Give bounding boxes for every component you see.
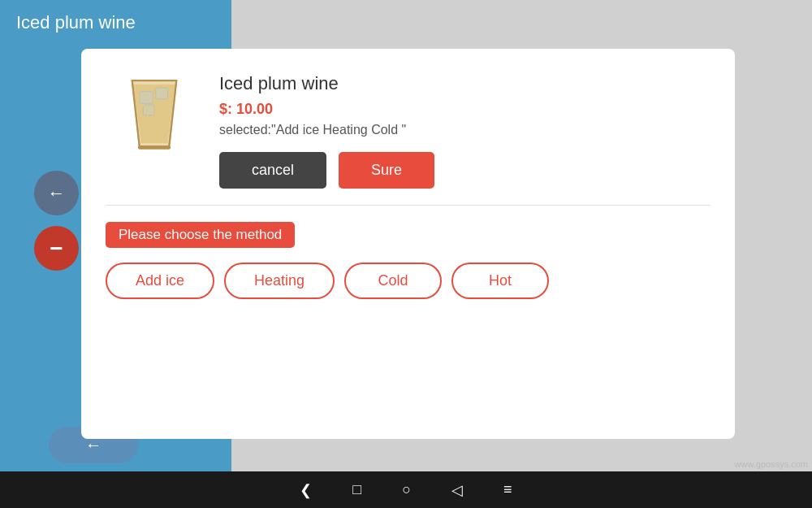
product-selected: selected:"Add ice Heating Cold " <box>219 123 710 137</box>
nav-back-icon[interactable]: ❮ <box>300 481 312 499</box>
method-option-add-ice[interactable]: Add ice <box>106 263 214 299</box>
nav-triangle-icon[interactable]: ◁ <box>451 481 463 499</box>
cancel-button[interactable]: cancel <box>219 152 326 189</box>
action-buttons: cancel Sure <box>219 152 710 189</box>
product-price: $: 10.00 <box>219 101 710 118</box>
method-option-hot[interactable]: Hot <box>451 263 549 299</box>
method-options: Add ice Heating Cold Hot <box>106 263 710 299</box>
price-value: 10.00 <box>236 101 273 117</box>
title-bar: Iced plum wine <box>0 0 231 45</box>
main-card: Iced plum wine $: 10.00 selected:"Add ic… <box>81 49 735 439</box>
product-section: Iced plum wine $: 10.00 selected:"Add ic… <box>106 69 710 206</box>
minus-button[interactable]: − <box>34 226 79 271</box>
nav-bar-center: ❮ □ ○ ◁ ≡ <box>300 481 512 499</box>
nav-menu-icon[interactable]: ≡ <box>503 481 512 498</box>
product-image <box>106 69 203 158</box>
nav-home-icon[interactable]: □ <box>352 481 361 498</box>
watermark: www.gpossys.com <box>735 459 808 469</box>
method-prompt: Please choose the method <box>106 222 295 248</box>
method-option-cold[interactable]: Cold <box>344 263 442 299</box>
method-section: Please choose the method Add ice Heating… <box>106 222 710 299</box>
android-nav-bar: ❮ □ ○ ◁ ≡ <box>0 471 812 508</box>
back-button[interactable]: ← <box>34 171 79 215</box>
back-arrow-icon: ← <box>48 183 66 204</box>
svg-rect-6 <box>138 145 171 150</box>
nav-circle-icon[interactable]: ○ <box>402 481 411 498</box>
minus-icon: − <box>50 236 63 262</box>
method-option-heating[interactable]: Heating <box>224 263 335 299</box>
product-info: Iced plum wine $: 10.00 selected:"Add ic… <box>219 69 710 189</box>
app-title: Iced plum wine <box>16 12 136 33</box>
price-label: $: <box>219 101 232 117</box>
product-name: Iced plum wine <box>219 73 710 94</box>
sure-button[interactable]: Sure <box>339 152 434 189</box>
